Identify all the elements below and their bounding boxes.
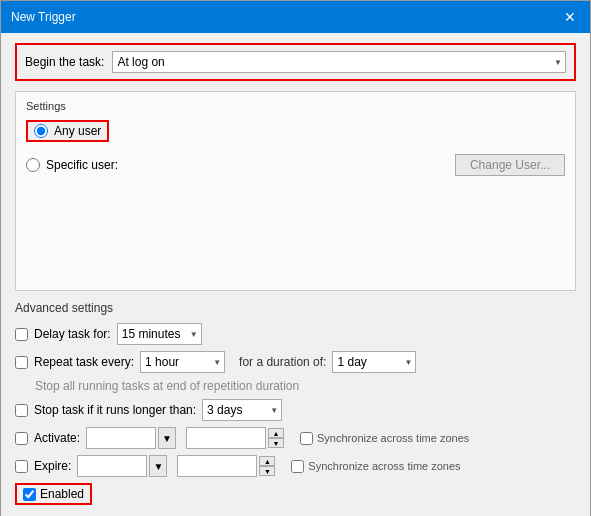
enabled-label: Enabled — [40, 487, 84, 501]
delay-task-label: Delay task for: — [34, 327, 111, 341]
expire-time-down-button[interactable]: ▼ — [259, 466, 275, 476]
activate-time-input[interactable]: 2:43:46 PM — [186, 427, 266, 449]
expire-sync-row: Synchronize across time zones — [291, 460, 460, 473]
expire-sync-label: Synchronize across time zones — [308, 460, 460, 472]
enabled-row: Enabled — [15, 483, 92, 505]
repeat-task-checkbox[interactable] — [15, 356, 28, 369]
repeat-task-label: Repeat task every: — [34, 355, 134, 369]
expire-date-picker-button[interactable]: ▼ — [149, 455, 167, 477]
stop-all-label: Stop all running tasks at end of repetit… — [35, 379, 299, 393]
new-trigger-dialog: New Trigger ✕ Begin the task: At log on … — [0, 0, 591, 516]
dialog-body: Begin the task: At log on At startup On … — [1, 33, 590, 516]
advanced-section: Advanced settings Delay task for: 15 min… — [15, 301, 576, 513]
repeat-task-row: Repeat task every: 5 minutes 15 minutes … — [15, 351, 576, 373]
expire-time-spinner: ▲ ▼ — [259, 456, 275, 476]
settings-label: Settings — [26, 100, 565, 112]
activate-date-field: 8/ 8/2016 ▼ — [86, 427, 176, 449]
expire-date-field: 8/ 8/2017 ▼ — [77, 455, 167, 477]
advanced-title: Advanced settings — [15, 301, 576, 315]
stop-task-dropdown-wrapper: 1 hour 2 hours 3 days ▼ — [202, 399, 282, 421]
activate-label: Activate: — [34, 431, 80, 445]
duration-dropdown[interactable]: 1 hour 12 hours 1 day Indefinitely — [332, 351, 416, 373]
delay-task-dropdown-wrapper: 15 minutes 30 minutes 1 hour ▼ — [117, 323, 202, 345]
begin-task-dropdown[interactable]: At log on At startup On a schedule At id… — [112, 51, 566, 73]
expire-time-field: 2:43:46 PM ▲ ▼ — [177, 455, 275, 477]
expire-row: Expire: 8/ 8/2017 ▼ 2:43:46 PM ▲ ▼ Synch… — [15, 455, 576, 477]
stop-task-dropdown[interactable]: 1 hour 2 hours 3 days — [202, 399, 282, 421]
stop-task-label: Stop task if it runs longer than: — [34, 403, 196, 417]
activate-time-field: 2:43:46 PM ▲ ▼ — [186, 427, 284, 449]
expire-date-input[interactable]: 8/ 8/2017 — [77, 455, 147, 477]
expire-sync-checkbox[interactable] — [291, 460, 304, 473]
delay-task-row: Delay task for: 15 minutes 30 minutes 1 … — [15, 323, 576, 345]
specific-user-label: Specific user: — [46, 158, 118, 172]
title-bar: New Trigger ✕ — [1, 1, 590, 33]
activate-sync-label: Synchronize across time zones — [317, 432, 469, 444]
any-user-row: Any user — [26, 120, 565, 148]
begin-task-label: Begin the task: — [25, 55, 104, 69]
activate-time-spinner: ▲ ▼ — [268, 428, 284, 448]
settings-section: Settings Any user Specific user: Change … — [15, 91, 576, 291]
duration-label: for a duration of: — [239, 355, 326, 369]
activate-date-picker-button[interactable]: ▼ — [158, 427, 176, 449]
activate-date-input[interactable]: 8/ 8/2016 — [86, 427, 156, 449]
activate-checkbox[interactable] — [15, 432, 28, 445]
activate-sync-row: Synchronize across time zones — [300, 432, 469, 445]
repeat-task-dropdown[interactable]: 5 minutes 15 minutes 30 minutes 1 hour — [140, 351, 225, 373]
enabled-wrapper: Enabled — [15, 483, 576, 513]
specific-user-radio[interactable] — [26, 158, 40, 172]
any-user-label: Any user — [54, 124, 101, 138]
stop-all-row: Stop all running tasks at end of repetit… — [35, 379, 576, 393]
close-button[interactable]: ✕ — [560, 7, 580, 27]
specific-user-row: Specific user: Change User... — [26, 154, 565, 176]
specific-user-radio-row: Specific user: — [26, 158, 118, 172]
begin-task-dropdown-wrapper: At log on At startup On a schedule At id… — [112, 51, 566, 73]
expire-time-up-button[interactable]: ▲ — [259, 456, 275, 466]
begin-task-row: Begin the task: At log on At startup On … — [15, 43, 576, 81]
activate-sync-checkbox[interactable] — [300, 432, 313, 445]
stop-task-row: Stop task if it runs longer than: 1 hour… — [15, 399, 576, 421]
duration-dropdown-wrapper: 1 hour 12 hours 1 day Indefinitely ▼ — [332, 351, 416, 373]
any-user-radio[interactable] — [34, 124, 48, 138]
expire-checkbox[interactable] — [15, 460, 28, 473]
expire-label: Expire: — [34, 459, 71, 473]
activate-time-down-button[interactable]: ▼ — [268, 438, 284, 448]
dialog-title: New Trigger — [11, 10, 76, 24]
expire-time-input[interactable]: 2:43:46 PM — [177, 455, 257, 477]
delay-task-checkbox[interactable] — [15, 328, 28, 341]
enabled-checkbox[interactable] — [23, 488, 36, 501]
stop-task-checkbox[interactable] — [15, 404, 28, 417]
repeat-task-dropdown-wrapper: 5 minutes 15 minutes 30 minutes 1 hour ▼ — [140, 351, 225, 373]
any-user-highlighted: Any user — [26, 120, 109, 142]
change-user-button[interactable]: Change User... — [455, 154, 565, 176]
activate-row: Activate: 8/ 8/2016 ▼ 2:43:46 PM ▲ ▼ Syn… — [15, 427, 576, 449]
activate-time-up-button[interactable]: ▲ — [268, 428, 284, 438]
delay-task-dropdown[interactable]: 15 minutes 30 minutes 1 hour — [117, 323, 202, 345]
